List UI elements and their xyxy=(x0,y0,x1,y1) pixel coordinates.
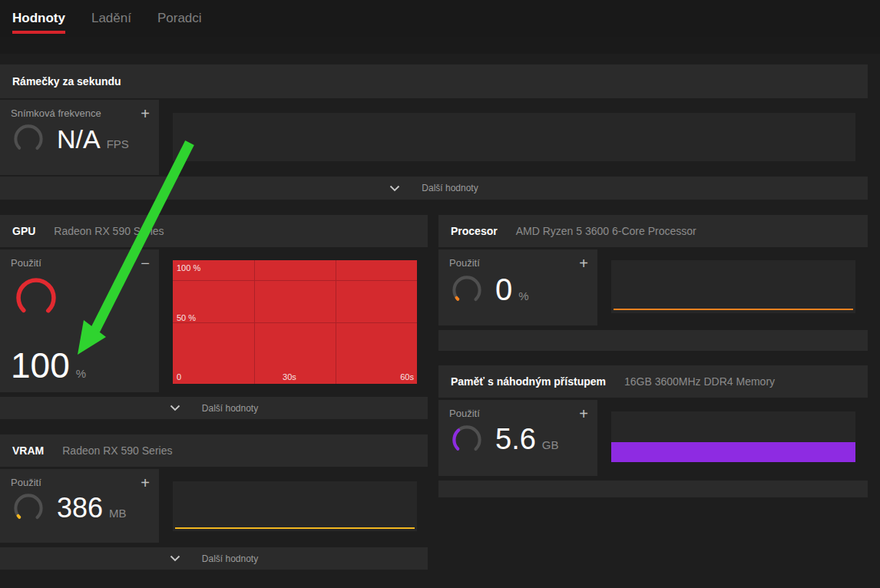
remove-metric-icon[interactable]: − xyxy=(141,257,150,269)
ram-usage-chart xyxy=(611,411,855,462)
cpu-card-body: 0 % xyxy=(438,273,597,307)
ram-gauge xyxy=(451,424,483,456)
fps-metric-label: Snímková frekvence xyxy=(11,107,101,119)
fps-more-bar[interactable]: Další hodnoty xyxy=(0,177,868,200)
gpu-gauge xyxy=(14,276,58,320)
cpu-card-top: Použití + xyxy=(438,249,597,269)
ram-unit: GB xyxy=(542,438,559,451)
cpu-section-title: Procesor xyxy=(451,225,498,237)
ram-value-group: 5.6 GB xyxy=(495,423,559,456)
tab-poradci[interactable]: Poradci xyxy=(157,0,202,37)
cpu-usage-chart xyxy=(611,260,855,313)
tab-ladeni-label: Ladění xyxy=(91,11,131,26)
cpu-gauge xyxy=(451,274,483,306)
cpu-section-subtitle: AMD Ryzen 5 3600 6-Core Processor xyxy=(516,225,696,237)
vram-metric-card: Použití + 386 MB xyxy=(0,469,159,543)
fps-card-body: N/A FPS xyxy=(0,123,159,155)
gpu-section-header: GPU Radeon RX 590 Series xyxy=(0,215,428,247)
fps-card-top: Snímková frekvence + xyxy=(0,100,159,120)
tab-hodnoty-label: Hodnoty xyxy=(12,11,65,26)
ram-card-top: Použití + xyxy=(438,400,597,420)
gpu-chart-x-label-30s: 30s xyxy=(283,372,296,382)
tab-ladeni[interactable]: Ladění xyxy=(91,0,131,37)
ram-metric-card: Použití + 5.6 GB xyxy=(438,400,597,476)
cpu-section-header: Procesor AMD Ryzen 5 3600 6-Core Process… xyxy=(438,215,868,247)
vram-value: 386 xyxy=(57,492,103,524)
gpu-card-top: Použití − xyxy=(0,249,159,269)
ram-usage-band xyxy=(611,442,855,462)
fps-value: N/A xyxy=(57,124,101,154)
add-metric-icon[interactable]: + xyxy=(141,107,150,120)
gpu-unit: % xyxy=(76,367,86,380)
vram-metric-label: Použití xyxy=(11,477,41,488)
add-metric-icon[interactable]: + xyxy=(141,477,150,489)
cpu-metric-label: Použití xyxy=(449,257,480,269)
fps-metric-card: Snímková frekvence + N/A FPS xyxy=(0,100,159,175)
gpu-value: 100 xyxy=(11,345,70,386)
gpu-section-subtitle: Radeon RX 590 Series xyxy=(54,225,164,237)
vram-card-top: Použití + xyxy=(0,469,159,489)
chevron-down-icon xyxy=(170,555,180,562)
ram-metric-label: Použití xyxy=(449,408,480,419)
gpu-chart-x-label-0: 0 xyxy=(177,372,181,382)
gpu-more-bar[interactable]: Další hodnoty xyxy=(0,397,428,419)
gpu-chart-y-label-100: 100 % xyxy=(177,263,200,273)
gpu-value-group: 100 % xyxy=(11,345,159,386)
vram-gauge xyxy=(12,492,45,524)
tab-poradci-label: Poradci xyxy=(157,11,202,26)
fps-more-label: Další hodnoty xyxy=(422,183,478,193)
ram-section-subtitle: 16GB 3600MHz DDR4 Memory xyxy=(624,375,775,388)
gpu-metric-label: Použití xyxy=(11,257,41,269)
ram-section-title: Paměť s náhodným přístupem xyxy=(451,375,606,388)
vram-usage-chart xyxy=(173,481,417,531)
vram-unit: MB xyxy=(109,507,127,520)
vram-usage-line xyxy=(175,527,415,529)
cpu-unit: % xyxy=(518,289,528,302)
cpu-usage-line xyxy=(614,309,853,310)
fps-unit: FPS xyxy=(107,137,129,150)
cpu-value-group: 0 % xyxy=(495,273,529,307)
gridline xyxy=(173,280,417,281)
gpu-chart-y-label-50: 50 % xyxy=(177,313,196,322)
top-tab-bar: Hodnoty Ladění Poradci xyxy=(0,0,880,37)
cpu-value: 0 xyxy=(495,273,512,307)
gpu-chart-x-label-60s: 60s xyxy=(400,372,414,382)
chevron-down-icon xyxy=(389,185,400,192)
gpu-usage-chart: 100 % 50 % 0 30s 60s xyxy=(173,260,417,384)
ram-value: 5.6 xyxy=(495,423,536,456)
gpu-metric-card: Použití − 100 % xyxy=(0,249,159,392)
ram-section-footer-bar[interactable] xyxy=(438,481,868,497)
gpu-section-title: GPU xyxy=(12,225,35,237)
vram-value-group: 386 MB xyxy=(57,492,127,524)
vram-section-title: VRAM xyxy=(12,444,44,457)
vram-section-subtitle: Radeon RX 590 Series xyxy=(62,444,172,457)
fps-chart xyxy=(173,113,855,161)
fps-gauge xyxy=(12,123,45,155)
active-tab-underline xyxy=(12,31,65,34)
tab-hodnoty[interactable]: Hodnoty xyxy=(12,0,65,37)
ram-card-body: 5.6 GB xyxy=(438,423,597,456)
ram-section-header: Paměť s náhodným přístupem 16GB 3600MHz … xyxy=(438,365,868,398)
gpu-more-label: Další hodnoty xyxy=(202,403,258,414)
vram-card-body: 386 MB xyxy=(0,492,159,524)
fps-section-title: Rámečky za sekundu xyxy=(12,75,121,88)
add-metric-icon[interactable]: + xyxy=(579,408,588,420)
vram-more-bar[interactable]: Další hodnoty xyxy=(0,547,428,570)
chevron-down-icon xyxy=(170,405,180,411)
vram-section-header: VRAM Radeon RX 590 Series xyxy=(0,434,428,467)
fps-value-group: N/A FPS xyxy=(57,124,129,154)
add-metric-icon[interactable]: + xyxy=(579,257,588,269)
gridline xyxy=(173,322,417,323)
topbar-shadow-band xyxy=(0,37,880,54)
cpu-section-footer-bar[interactable] xyxy=(438,330,868,351)
cpu-metric-card: Použití + 0 % xyxy=(438,249,597,325)
fps-section-header: Rámečky za sekundu xyxy=(0,64,868,98)
vram-more-label: Další hodnoty xyxy=(202,553,258,564)
